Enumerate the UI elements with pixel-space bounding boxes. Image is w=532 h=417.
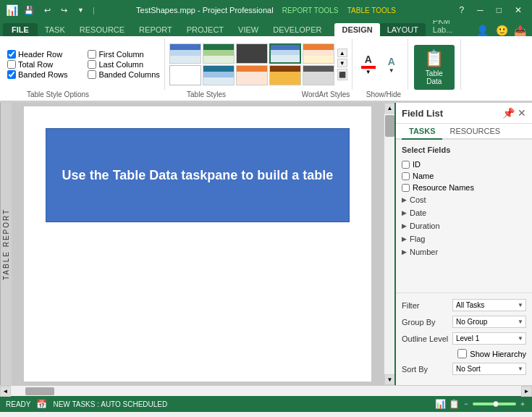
text-color-A-icon: A bbox=[365, 54, 372, 65]
status-bar-left: READY 📅 NEW TASKS : AUTO SCHEDULED bbox=[6, 399, 167, 409]
field-list-body: Select Fields ID Name Resource Names ▶ C… bbox=[396, 140, 532, 292]
zoom-slider[interactable] bbox=[473, 403, 516, 405]
minimize-button[interactable]: ─ bbox=[473, 4, 488, 17]
show-hierarchy-label: Show Hierarchy bbox=[470, 350, 526, 358]
table-data-button[interactable]: 📋 TableData bbox=[414, 45, 455, 90]
style-extra3[interactable] bbox=[303, 65, 334, 85]
wordart-fill-btn[interactable]: A ▼ bbox=[381, 48, 402, 81]
total-row-checkbox-item[interactable]: Total Row bbox=[7, 60, 79, 69]
scroll-h-thumb[interactable] bbox=[25, 387, 54, 395]
fl-tab-resources[interactable]: RESOURCES bbox=[442, 124, 507, 140]
scroll-right-button[interactable]: ► bbox=[521, 386, 532, 397]
banded-columns-checkbox-item[interactable]: Banded Columns bbox=[88, 70, 159, 79]
blue-box[interactable]: Use the Table Data taskpane to build a t… bbox=[46, 128, 350, 222]
fl-tab-tasks[interactable]: TASKS bbox=[402, 124, 442, 140]
field-name-checkbox[interactable] bbox=[402, 172, 410, 180]
zoom-out-icon[interactable]: － bbox=[463, 399, 470, 409]
outline-level-label: Outline Level bbox=[402, 334, 452, 343]
tab-view[interactable]: VIEW bbox=[231, 23, 266, 36]
style-scroll-more[interactable]: ⬛ bbox=[337, 69, 347, 80]
style-extra2[interactable] bbox=[269, 65, 301, 85]
scroll-up-button[interactable]: ▲ bbox=[384, 103, 395, 114]
field-list-pin[interactable]: 📌 bbox=[502, 107, 515, 119]
undo-button[interactable]: ↩ bbox=[40, 4, 55, 17]
scroll-thumb[interactable] bbox=[385, 115, 394, 137]
tab-task[interactable]: TASK bbox=[38, 23, 72, 36]
field-group-number: ▶ Number bbox=[402, 245, 526, 258]
zoom-in-icon[interactable]: ＋ bbox=[519, 399, 526, 409]
field-group-duration-header[interactable]: ▶ Duration bbox=[402, 221, 526, 231]
help-button[interactable]: ? bbox=[455, 4, 469, 17]
sort-by-row: Sort By No Sort bbox=[402, 363, 526, 375]
vertical-scrollbar: ▲ ▼ bbox=[384, 103, 394, 385]
title-bar: 📊 💾 ↩ ↪ ▼ | TestShapes.mpp - Project Pro… bbox=[0, 0, 532, 20]
style-scroll-down[interactable]: ▼ bbox=[337, 59, 347, 67]
restore-button[interactable]: □ bbox=[492, 4, 506, 17]
cost-arrow-icon: ▶ bbox=[402, 196, 407, 203]
tasks-icon: 📅 bbox=[36, 399, 47, 409]
style-scroll-up[interactable]: ▲ bbox=[337, 49, 347, 57]
tab-file[interactable]: FILE bbox=[3, 23, 38, 36]
field-id-checkbox[interactable] bbox=[402, 161, 410, 169]
fill-color-dropdown[interactable]: ▼ bbox=[389, 67, 394, 74]
filter-select[interactable]: All Tasks bbox=[452, 299, 526, 311]
style-orange[interactable] bbox=[303, 43, 334, 64]
show-hierarchy-checkbox[interactable] bbox=[457, 349, 467, 358]
field-name[interactable]: Name bbox=[402, 170, 526, 182]
field-id-label: ID bbox=[413, 160, 421, 169]
tab-report[interactable]: REPORT bbox=[132, 23, 180, 36]
field-resource-names[interactable]: Resource Names bbox=[402, 182, 526, 193]
style-none[interactable] bbox=[169, 65, 201, 85]
field-group-date-header[interactable]: ▶ Date bbox=[402, 208, 526, 218]
group-by-select[interactable]: No Group bbox=[452, 316, 526, 328]
header-row-checkbox[interactable] bbox=[7, 50, 16, 59]
banded-rows-label: Banded Rows bbox=[18, 70, 68, 79]
quick-access-more[interactable]: ▼ bbox=[73, 5, 88, 15]
style-green[interactable] bbox=[203, 43, 235, 64]
close-button[interactable]: ✕ bbox=[510, 4, 526, 17]
tab-resource[interactable]: RESOURCE bbox=[72, 23, 132, 36]
header-row-checkbox-item[interactable]: Header Row bbox=[7, 50, 79, 59]
banded-rows-checkbox-item[interactable]: Banded Rows bbox=[7, 70, 79, 79]
outline-level-select[interactable]: Level 1 bbox=[452, 332, 526, 345]
field-id[interactable]: ID bbox=[402, 159, 526, 170]
last-column-checkbox[interactable] bbox=[88, 60, 96, 69]
tab-bar: FILE TASK RESOURCE REPORT PROJECT VIEW D… bbox=[0, 20, 532, 36]
show-hide-section: 📋 TableData bbox=[408, 39, 461, 90]
vertical-report-label: TABLE REPORT bbox=[0, 103, 12, 385]
tab-project[interactable]: PROJECT bbox=[180, 23, 231, 36]
field-resource-names-checkbox[interactable] bbox=[402, 184, 410, 192]
view-icon-2[interactable]: 📋 bbox=[449, 399, 460, 409]
style-blue[interactable] bbox=[169, 43, 201, 64]
flag-arrow-icon: ▶ bbox=[402, 235, 407, 243]
banded-columns-checkbox[interactable] bbox=[88, 70, 96, 79]
sort-by-select[interactable]: No Sort bbox=[452, 363, 526, 375]
tab-layout[interactable]: LAYOUT bbox=[380, 23, 426, 36]
scroll-left-button[interactable]: ◄ bbox=[0, 386, 11, 397]
last-column-checkbox-item[interactable]: Last Column bbox=[88, 60, 159, 69]
style-selected-blue[interactable] bbox=[269, 43, 301, 64]
first-column-checkbox-item[interactable]: First Column bbox=[88, 50, 159, 59]
field-group-flag-header[interactable]: ▶ Flag bbox=[402, 234, 526, 244]
window-controls: ? ─ □ ✕ bbox=[455, 4, 526, 17]
save-button[interactable]: 💾 bbox=[20, 4, 38, 17]
style-extra1[interactable] bbox=[236, 65, 268, 85]
wordart-text-color-btn[interactable]: A ▼ bbox=[358, 48, 379, 81]
field-group-number-header[interactable]: ▶ Number bbox=[402, 247, 526, 257]
style-dark[interactable] bbox=[236, 43, 268, 64]
redo-button[interactable]: ↪ bbox=[56, 4, 72, 17]
field-group-cost-header[interactable]: ▶ Cost bbox=[402, 195, 526, 205]
first-column-checkbox[interactable] bbox=[88, 50, 96, 59]
style-teal[interactable] bbox=[203, 65, 235, 85]
total-row-checkbox[interactable] bbox=[7, 60, 16, 69]
scroll-down-button[interactable]: ▼ bbox=[384, 374, 395, 385]
tab-design-report[interactable]: DESIGN bbox=[334, 23, 379, 36]
text-color-dropdown[interactable]: ▼ bbox=[366, 69, 371, 75]
table-tools-label: TABLE TOOLS bbox=[347, 7, 396, 14]
view-icon-1[interactable]: 📊 bbox=[435, 399, 446, 409]
field-list-close-button[interactable]: ✕ bbox=[518, 107, 526, 119]
banded-rows-checkbox[interactable] bbox=[7, 70, 16, 79]
tab-developer[interactable]: DEVELOPER bbox=[266, 23, 329, 36]
field-list-panel: Field List 📌 ✕ TASKS RESOURCES Select Fi… bbox=[394, 103, 532, 385]
new-tasks-label: NEW TASKS : AUTO SCHEDULED bbox=[53, 400, 167, 408]
